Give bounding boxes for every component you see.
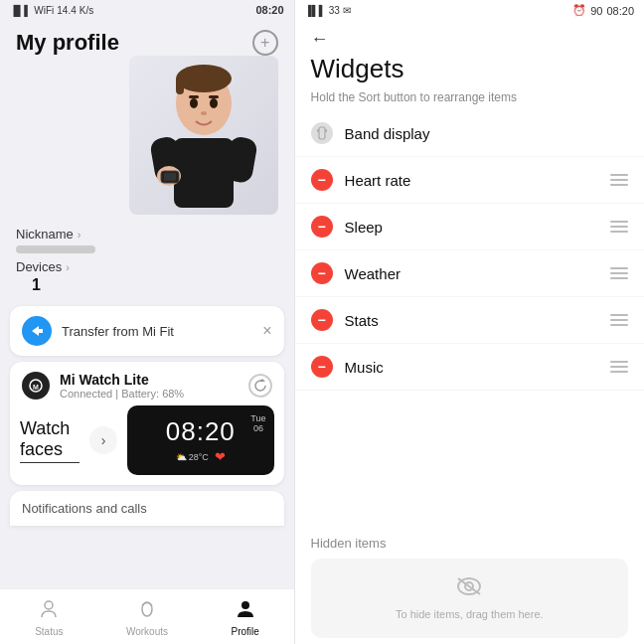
- band-display-label: Band display: [345, 125, 628, 142]
- watch-display: Tue06 08:20 ⛅ 28°C ❤: [127, 405, 274, 475]
- profile-nav-icon: [235, 597, 256, 624]
- svg-rect-6: [176, 77, 184, 94]
- time-left: 08:20: [255, 4, 283, 16]
- devices-row[interactable]: Devices ›: [16, 257, 278, 276]
- svg-rect-20: [319, 127, 325, 139]
- drag-line: [610, 361, 628, 363]
- watch-brand-icon: M: [22, 372, 50, 400]
- widget-item-stats[interactable]: − Stats: [295, 297, 644, 344]
- back-button[interactable]: ←: [311, 29, 329, 50]
- hidden-items-title: Hidden items: [311, 536, 628, 551]
- temp-label: 28°C: [189, 452, 209, 462]
- battery-label: 14.4: [57, 5, 76, 16]
- svg-rect-21: [317, 129, 319, 132]
- signal-icon: ▐▌▌: [10, 5, 31, 16]
- stats-label: Stats: [345, 312, 610, 329]
- status-bar-left: ▐▌▌ WiFi 14.4 K/s 08:20: [0, 0, 294, 20]
- drag-line: [610, 366, 628, 368]
- status-nav-label: Status: [35, 626, 63, 637]
- drag-line: [610, 324, 628, 326]
- add-button[interactable]: +: [252, 30, 278, 56]
- mi-icon: M: [29, 379, 43, 393]
- drag-line: [610, 371, 628, 373]
- nickname-label: Nickname: [16, 227, 74, 242]
- nav-profile[interactable]: Profile: [196, 589, 293, 644]
- weather-label: Weather: [345, 265, 610, 282]
- svg-rect-13: [164, 173, 176, 181]
- drag-line: [610, 272, 628, 274]
- status-bar-right: ▐▌▌ 33 ✉ ⏰ 90 08:20: [295, 0, 644, 21]
- svg-point-5: [176, 65, 232, 92]
- widget-item-music[interactable]: − Music: [295, 344, 644, 391]
- bottom-nav: Status Workouts Profile: [0, 588, 294, 644]
- stats-drag-handle[interactable]: [610, 314, 628, 326]
- music-drag-handle[interactable]: [610, 361, 628, 373]
- watch-faces-label: Watchfaces: [20, 418, 80, 460]
- workouts-nav-label: Workouts: [126, 626, 168, 637]
- transfer-text: Transfer from Mi Fit: [62, 324, 174, 339]
- drag-line: [610, 221, 628, 223]
- widget-item-band-display[interactable]: Band display: [295, 112, 644, 157]
- remove-sleep-button[interactable]: −: [311, 216, 333, 238]
- remove-stats-button[interactable]: −: [311, 309, 333, 331]
- notifications-section: Notifications and calls: [10, 491, 284, 526]
- svg-point-11: [201, 111, 207, 115]
- svg-point-8: [210, 98, 218, 108]
- status-icons-right: ▐▌▌ 33 ✉: [305, 5, 351, 16]
- profile-nav-label: Profile: [232, 626, 259, 637]
- status-icons-left: ▐▌▌ WiFi 14.4 K/s: [10, 5, 93, 16]
- profile-icon: [235, 597, 256, 619]
- svg-rect-10: [209, 95, 219, 98]
- watch-faces-arrow-button[interactable]: ›: [89, 426, 117, 454]
- watch-heart-icon: ❤: [215, 449, 226, 464]
- nav-status[interactable]: Status: [0, 589, 98, 644]
- profile-title: My profile: [16, 30, 119, 56]
- watch-name: Mi Watch Lite: [60, 372, 184, 388]
- drag-line: [610, 184, 628, 186]
- music-label: Music: [345, 359, 610, 376]
- widget-item-weather[interactable]: − Weather: [295, 250, 644, 297]
- svg-rect-0: [174, 138, 234, 208]
- nav-workouts[interactable]: Workouts: [98, 589, 197, 644]
- devices-count: 1: [32, 276, 278, 294]
- svg-rect-9: [189, 95, 199, 98]
- remove-heart-rate-button[interactable]: −: [311, 169, 333, 191]
- transfer-card: Transfer from Mi Fit ×: [10, 306, 284, 356]
- watch-face-section: Watchfaces › Tue06 08:20 ⛅ 28°C ❤: [10, 405, 284, 485]
- remove-music-button[interactable]: −: [311, 356, 333, 378]
- watch-faces-text: Watchfaces: [20, 418, 80, 463]
- wifi-icon: WiFi: [34, 5, 54, 16]
- cloud-icon: ⛅: [176, 452, 187, 462]
- battery-right: 90: [590, 5, 602, 17]
- widget-item-sleep[interactable]: − Sleep: [295, 204, 644, 250]
- heart-rate-label: Heart rate: [345, 172, 610, 189]
- sleep-drag-handle[interactable]: [610, 221, 628, 233]
- avatar-figure: [139, 59, 268, 213]
- right-panel: ▐▌▌ 33 ✉ ⏰ 90 08:20 ← Widgets Hold the S…: [295, 0, 644, 644]
- sleep-label: Sleep: [345, 219, 610, 236]
- hidden-eye-icon: [455, 576, 483, 602]
- transfer-arrow-icon: [29, 323, 45, 339]
- remove-weather-button[interactable]: −: [311, 262, 333, 284]
- drag-line: [610, 226, 628, 228]
- watch-status: Connected | Battery: 68%: [60, 388, 184, 400]
- watch-bottom-row: ⛅ 28°C ❤: [176, 449, 226, 464]
- refresh-button[interactable]: [248, 374, 272, 398]
- drag-line: [610, 179, 628, 181]
- widget-item-heart-rate[interactable]: − Heart rate: [295, 157, 644, 204]
- svg-point-17: [45, 601, 53, 609]
- alarm-right-icon: ⏰: [572, 4, 586, 17]
- hidden-hint-label: To hide items, drag them here.: [396, 608, 544, 620]
- weather-drag-handle[interactable]: [610, 267, 628, 279]
- widget-list: Band display − Heart rate − Sleep −: [295, 112, 644, 524]
- drag-line: [610, 319, 628, 321]
- refresh-icon: [253, 379, 267, 393]
- transfer-close-button[interactable]: ×: [262, 322, 271, 340]
- nickname-row[interactable]: Nickname ›: [16, 225, 278, 243]
- hidden-items-box: To hide items, drag them here.: [311, 559, 628, 638]
- drag-line: [610, 314, 628, 316]
- profile-title-row: My profile +: [16, 30, 278, 56]
- band-display-icon: [311, 122, 333, 144]
- svg-text:M: M: [33, 384, 39, 391]
- heart-rate-drag-handle[interactable]: [610, 174, 628, 186]
